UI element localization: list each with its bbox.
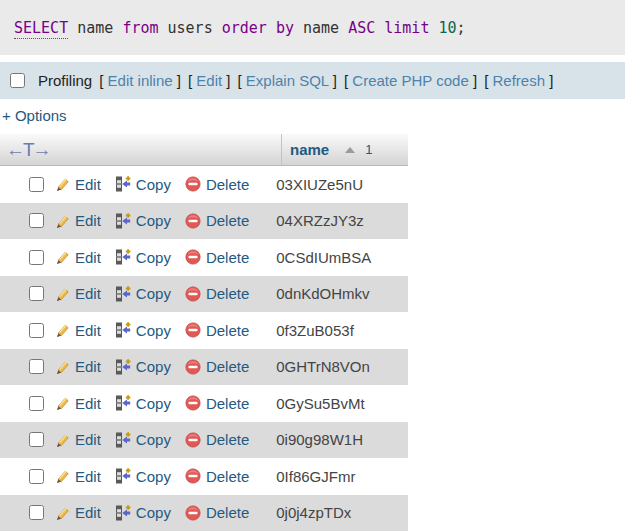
profiling-link[interactable]: Edit: [196, 72, 222, 89]
edit-link[interactable]: Edit: [54, 285, 101, 302]
delete-icon: [185, 176, 201, 192]
sql-token: [159, 19, 168, 37]
copy-label: Copy: [136, 322, 171, 339]
edit-link[interactable]: Edit: [54, 212, 101, 229]
sql-token: [267, 19, 276, 37]
edit-link[interactable]: Edit: [54, 431, 101, 448]
edit-link[interactable]: Edit: [54, 249, 101, 266]
delete-link[interactable]: Delete: [185, 176, 249, 193]
sql-token: from: [122, 19, 158, 37]
delete-link[interactable]: Delete: [185, 322, 249, 339]
options-toggle[interactable]: + Options: [2, 107, 67, 124]
copy-link[interactable]: Copy: [115, 285, 171, 302]
row-checkbox[interactable]: [29, 250, 44, 265]
edit-link[interactable]: Edit: [54, 322, 101, 339]
delete-link[interactable]: Delete: [185, 468, 249, 485]
copy-link[interactable]: Copy: [115, 212, 171, 229]
edit-label: Edit: [75, 285, 101, 302]
sql-token: 10: [438, 19, 456, 37]
copy-link[interactable]: Copy: [115, 322, 171, 339]
delete-link[interactable]: Delete: [185, 395, 249, 412]
profiling-action: [ Edit inline ]: [99, 72, 181, 89]
query-toolbar: Profiling [ Edit inline ][ Edit ][ Expla…: [0, 62, 625, 99]
delete-label: Delete: [206, 431, 249, 448]
delete-link[interactable]: Delete: [185, 358, 249, 375]
row-value: 04XRZzJY3z: [276, 212, 364, 229]
copy-link[interactable]: Copy: [115, 249, 171, 266]
delete-icon: [185, 359, 201, 375]
profiling-links: [ Edit inline ][ Edit ][ Explain SQL ][ …: [92, 72, 553, 89]
edit-label: Edit: [75, 212, 101, 229]
sql-token: ASC: [348, 19, 375, 37]
row-checkbox[interactable]: [29, 432, 44, 447]
copy-link[interactable]: Copy: [115, 176, 171, 193]
copy-label: Copy: [136, 176, 171, 193]
row-checkbox[interactable]: [29, 359, 44, 374]
profiling-action: [ Refresh ]: [484, 72, 553, 89]
row-checkbox[interactable]: [29, 396, 44, 411]
sql-query-box: SELECT name from users order by name ASC…: [0, 0, 625, 55]
edit-label: Edit: [75, 358, 101, 375]
pencil-icon: [54, 432, 70, 448]
delete-icon: [185, 468, 201, 484]
edit-link[interactable]: Edit: [54, 468, 101, 485]
delete-link[interactable]: Delete: [185, 249, 249, 266]
edit-label: Edit: [75, 468, 101, 485]
copy-label: Copy: [136, 504, 171, 521]
edit-link[interactable]: Edit: [54, 395, 101, 412]
table-row: Edit Copy Delete 0If86GJFmr: [0, 458, 408, 495]
profiling-link[interactable]: Edit inline: [108, 72, 173, 89]
header-name-cell: name 1: [282, 134, 408, 165]
table-body: Edit Copy Delete 03XIUZe5nU: [0, 166, 408, 531]
delete-link[interactable]: Delete: [185, 431, 249, 448]
column-header-name[interactable]: name: [290, 141, 329, 158]
edit-label: Edit: [75, 249, 101, 266]
delete-label: Delete: [206, 322, 249, 339]
row-value: 03XIUZe5nU: [276, 176, 363, 193]
row-checkbox[interactable]: [29, 213, 44, 228]
row-checkbox[interactable]: [29, 505, 44, 520]
copy-link[interactable]: Copy: [115, 431, 171, 448]
profiling-checkbox[interactable]: [10, 73, 25, 88]
row-value: 0j0j4zpTDx: [276, 504, 351, 521]
delete-link[interactable]: Delete: [185, 212, 249, 229]
profiling-link[interactable]: Refresh: [493, 72, 546, 89]
row-checkbox[interactable]: [29, 177, 44, 192]
table-header: ←T→ name 1: [0, 134, 408, 166]
copy-link[interactable]: Copy: [115, 358, 171, 375]
edit-link[interactable]: Edit: [54, 176, 101, 193]
edit-link[interactable]: Edit: [54, 358, 101, 375]
copy-link[interactable]: Copy: [115, 504, 171, 521]
pencil-icon: [54, 468, 70, 484]
row-value: 0GHTrN8VOn: [276, 358, 370, 375]
results-table: ←T→ name 1 Edit: [0, 134, 408, 531]
delete-label: Delete: [206, 285, 249, 302]
edit-label: Edit: [75, 395, 101, 412]
delete-icon: [185, 395, 201, 411]
pencil-icon: [54, 286, 70, 302]
delete-link[interactable]: Delete: [185, 285, 249, 302]
row-checkbox[interactable]: [29, 323, 44, 338]
edit-label: Edit: [75, 431, 101, 448]
sql-token: SELECT: [14, 19, 68, 39]
sql-token: [375, 19, 384, 37]
copy-insert-icon: [115, 432, 131, 448]
delete-link[interactable]: Delete: [185, 504, 249, 521]
table-row: Edit Copy Delete 0CSdIUmBSA: [0, 239, 408, 276]
profiling-link[interactable]: Explain SQL: [246, 72, 329, 89]
copy-link[interactable]: Copy: [115, 395, 171, 412]
edit-label: Edit: [75, 504, 101, 521]
profiling-link[interactable]: Create PHP code: [352, 72, 468, 89]
sort-asc-icon[interactable]: [345, 147, 355, 153]
copy-link[interactable]: Copy: [115, 468, 171, 485]
column-adjust-icon[interactable]: ←T→: [6, 140, 50, 159]
edit-link[interactable]: Edit: [54, 504, 101, 521]
row-checkbox[interactable]: [29, 286, 44, 301]
delete-icon: [185, 286, 201, 302]
profiling-action: [ Explain SQL ]: [237, 72, 337, 89]
sql-token: name: [77, 19, 113, 37]
row-checkbox[interactable]: [29, 469, 44, 484]
table-row: Edit Copy Delete 0GHTrN8VOn: [0, 349, 408, 386]
copy-insert-icon: [115, 249, 131, 265]
pencil-icon: [54, 322, 70, 338]
